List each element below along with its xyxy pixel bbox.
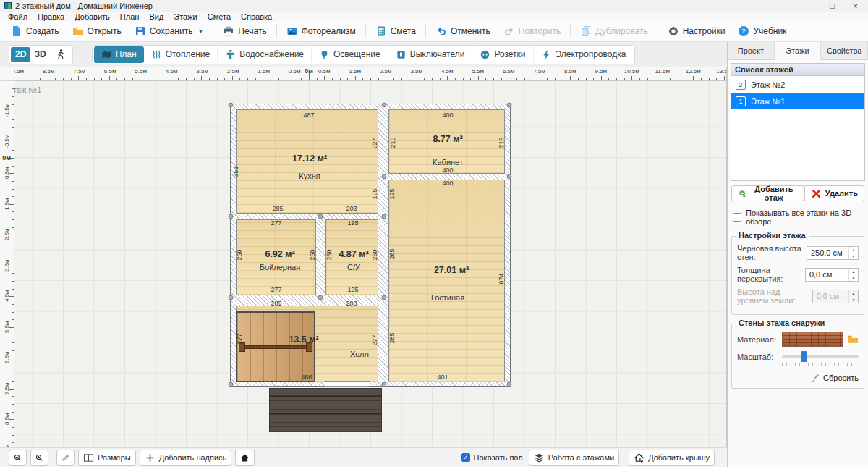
wall-node-handle[interactable]	[507, 382, 512, 387]
floors-work-button[interactable]: Работа с этажами	[529, 450, 620, 466]
menubar: ФайлПравкаДобавитьПланВидЭтажиСметаСправ…	[0, 12, 868, 21]
plan-tab-switches[interactable]: Выключатели	[388, 46, 472, 63]
spinner-arrows[interactable]: ▲▼	[848, 247, 858, 259]
maximize-button[interactable]: □	[830, 1, 835, 10]
minimize-button[interactable]: –	[807, 1, 811, 10]
dimension-label: 400	[442, 112, 453, 119]
view-mode-3d[interactable]: 3D	[30, 47, 50, 62]
show-all-floors-row[interactable]: Показывать все этажи на 3D-обзоре	[728, 203, 868, 227]
floor-number-icon: 1	[736, 96, 746, 106]
wall-node-handle[interactable]	[382, 382, 387, 387]
view-mode-walk[interactable]	[51, 47, 71, 62]
menu-добавить[interactable]: Добавить	[69, 12, 115, 21]
floor-list-item-2[interactable]: 2Этаж №2	[731, 76, 864, 93]
reset-walls-button[interactable]: Сбросить	[737, 372, 859, 383]
menu-правка[interactable]: Правка	[33, 12, 69, 21]
scale-slider[interactable]	[782, 355, 859, 358]
staircase[interactable]	[236, 311, 315, 382]
add-floor-label: Добавить этаж	[750, 185, 798, 202]
water-icon	[225, 49, 236, 60]
dimension-label: 400	[442, 180, 453, 187]
show-all-floors-checkbox[interactable]	[733, 213, 741, 222]
spin-input[interactable]: 0,0 см▲▼	[805, 268, 859, 282]
dimension-label: 487	[303, 112, 314, 119]
ruler-label: 1.5м	[349, 68, 361, 75]
wall-node-handle[interactable]	[507, 174, 512, 180]
material-swatch[interactable]	[782, 332, 843, 347]
ruler-tick	[186, 78, 187, 80]
ruler-tick	[532, 78, 532, 80]
floor-list-item-1[interactable]: 1Этаж №1	[731, 93, 864, 109]
home-button[interactable]	[235, 450, 255, 466]
chevron-down-icon[interactable]: ▼	[197, 28, 203, 35]
ruler-tick	[12, 374, 14, 374]
dimension-label: 203	[346, 205, 357, 212]
wall-node-handle[interactable]	[382, 295, 387, 300]
toolbar-button-создать[interactable]: Создать	[4, 22, 66, 40]
folder-icon[interactable]	[848, 334, 859, 345]
wall-node-handle[interactable]	[229, 382, 234, 387]
spin-input[interactable]: 250,0 см▲▼	[807, 246, 859, 260]
plan-tab-lighting[interactable]: Освещение	[311, 46, 388, 63]
add-label-button[interactable]: Добавить надпись	[140, 450, 232, 466]
toolbar-button-фотореализм[interactable]: Фотореализм	[280, 22, 362, 40]
menu-этажи[interactable]: Этажи	[169, 12, 202, 21]
menu-справка[interactable]: Справка	[236, 12, 277, 21]
close-button[interactable]: ×	[854, 1, 858, 10]
add-roof-button[interactable]: Добавить крышу	[629, 450, 715, 466]
spinner-arrows[interactable]: ▲▼	[848, 269, 858, 281]
ruler-tick	[586, 78, 587, 80]
plan-tab-wiring[interactable]: Электропроводка	[533, 46, 634, 63]
zoom-out-button[interactable]	[9, 450, 27, 466]
room-area-label: 8.77 м²	[433, 134, 462, 144]
delete-floor-button[interactable]: Удалить	[804, 185, 864, 201]
plan-tab-heating[interactable]: Отопление	[144, 46, 218, 63]
room-name-label: Бойлерная	[260, 263, 300, 272]
panel-tab-этажи[interactable]: Этажи	[775, 42, 822, 60]
show-floor-checkbox-row[interactable]: ✓ Показать пол	[461, 453, 523, 462]
scale-slider-thumb[interactable]	[801, 351, 807, 362]
wall-node-handle[interactable]	[507, 103, 512, 108]
view-mode-2d[interactable]: 2D	[11, 47, 30, 62]
room-floor-гостиная[interactable]	[388, 180, 505, 382]
toolbar-button-открыть[interactable]: Открыть	[66, 22, 128, 40]
plan-tab-outlets[interactable]: Розетки	[472, 46, 532, 63]
dimensions-button[interactable]: Размеры	[78, 450, 136, 466]
horizontal-ruler: -9.5м-8.5м-7.5м-6.5м-5.5м-4.5м-3.5м-2.5м…	[14, 67, 726, 81]
plan-tab-plan[interactable]: План	[94, 46, 144, 63]
add-floor-button[interactable]: Добавить этаж	[731, 185, 804, 201]
wall-node-handle[interactable]	[229, 214, 234, 219]
stairs-railing	[239, 345, 312, 349]
wall-node-handle[interactable]	[229, 295, 234, 300]
porch-deck[interactable]	[269, 388, 382, 432]
toolbar-button-отменить[interactable]: Отменить	[429, 22, 497, 40]
wall-node-handle[interactable]	[382, 214, 387, 219]
toolbar-button-настройки[interactable]: Настройки	[661, 22, 732, 40]
wall-node-handle[interactable]	[382, 174, 387, 180]
floor-plan-canvas[interactable]: -9.5м-8.5м-7.5м-6.5м-5.5м-4.5м-3.5м-2.5м…	[0, 67, 727, 447]
panel-tab-проект[interactable]: Проект	[728, 42, 775, 59]
zoom-in-button[interactable]	[30, 450, 48, 466]
toolbar-button-смета[interactable]: Смета	[369, 22, 422, 40]
ruler-tick	[63, 78, 64, 80]
wall-node-handle[interactable]	[318, 214, 323, 219]
show-floor-checkbox[interactable]: ✓	[461, 453, 470, 462]
svg-text:?: ?	[742, 27, 746, 35]
measure-tool-button[interactable]	[56, 450, 75, 466]
ruler-tick	[355, 76, 356, 80]
panel-tab-свойства[interactable]: Свойства	[821, 42, 868, 59]
menu-файл[interactable]: Файл	[3, 12, 33, 21]
wall-node-handle[interactable]	[318, 295, 323, 300]
wall-node-handle[interactable]	[229, 103, 234, 108]
menu-смета[interactable]: Смета	[203, 12, 236, 21]
ruler-tick	[12, 166, 14, 167]
menu-вид[interactable]: Вид	[144, 12, 169, 21]
wall-node-handle[interactable]	[382, 103, 387, 108]
toolbar-button-печать[interactable]: Печать	[216, 22, 273, 40]
toolbar-button-учебник[interactable]: ?Учебник	[731, 22, 793, 40]
calculator-icon	[375, 25, 387, 37]
plan-tab-water[interactable]: Водоснабжение	[217, 46, 311, 63]
toolbar-button-сохранить[interactable]: Сохранить▼	[128, 22, 210, 40]
menu-план[interactable]: План	[115, 12, 145, 21]
app-icon	[4, 2, 12, 9]
